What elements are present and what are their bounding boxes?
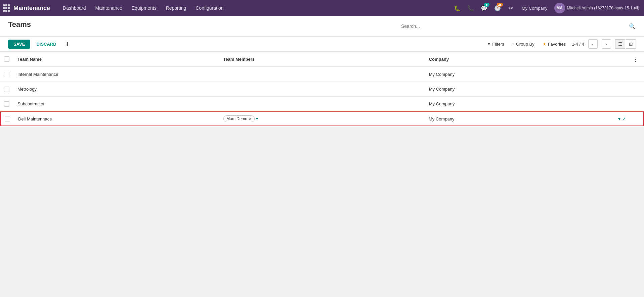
table-row-editing: Dell Maintennace Marc Demo ✕ ▾ My Compan… bbox=[0, 111, 644, 126]
search-box: 🔍 bbox=[401, 23, 636, 30]
th-company: Company bbox=[425, 55, 631, 63]
row1-team-members bbox=[219, 72, 425, 77]
kanban-view-button[interactable]: ⊞ bbox=[626, 39, 636, 49]
row2-team-members bbox=[219, 87, 425, 92]
prev-page-button[interactable]: ‹ bbox=[588, 39, 598, 49]
row4-checkbox-cell bbox=[1, 113, 14, 124]
row2-actions bbox=[631, 87, 644, 92]
table-row: Internal Maintenance My Company bbox=[0, 67, 644, 82]
marc-demo-tag: Marc Demo ✕ bbox=[223, 115, 255, 122]
table-header-row: Team Name Team Members Company ⋮ bbox=[0, 52, 644, 67]
row2-team-name: Metrology bbox=[13, 84, 219, 94]
save-button[interactable]: SAVE bbox=[8, 40, 30, 49]
company-dropdown-icon[interactable]: ▾ bbox=[618, 116, 620, 121]
company-field: My Company ▾ ↗ bbox=[429, 116, 626, 121]
star-icon: ★ bbox=[543, 42, 547, 47]
remove-marc-demo-button[interactable]: ✕ bbox=[249, 117, 252, 121]
scissors-icon-button[interactable]: ✂ bbox=[505, 2, 517, 14]
teams-table: Team Name Team Members Company ⋮ Interna… bbox=[0, 52, 644, 126]
next-page-button[interactable]: › bbox=[602, 39, 611, 49]
th-team-members: Team Members bbox=[219, 55, 425, 63]
nav-reporting[interactable]: Reporting bbox=[161, 0, 191, 16]
chevron-right-icon: › bbox=[606, 42, 607, 47]
company-selector[interactable]: My Company bbox=[518, 6, 551, 11]
list-icon: ☰ bbox=[618, 41, 622, 47]
phone-icon-button[interactable]: 📞 bbox=[465, 2, 477, 14]
page-title: Teams bbox=[8, 20, 31, 29]
filter-icon: ▼ bbox=[487, 42, 491, 46]
row3-checkbox-cell bbox=[0, 99, 13, 109]
user-name: Mitchell Admin (16273178-saas-15-1-all) bbox=[567, 6, 639, 10]
table-row: Metrology My Company bbox=[0, 82, 644, 97]
row2-company: My Company bbox=[425, 84, 631, 94]
row1-company: My Company bbox=[425, 69, 631, 80]
row4-team-name[interactable]: Dell Maintennace bbox=[14, 114, 219, 124]
header-checkbox-cell bbox=[0, 55, 13, 63]
favorites-button[interactable]: ★ Favorites bbox=[541, 40, 568, 48]
user-menu[interactable]: MA Mitchell Admin (16273178-saas-15-1-al… bbox=[552, 3, 641, 13]
row3-team-name: Subcontractor bbox=[13, 99, 219, 109]
filters-button[interactable]: ▼ Filters bbox=[485, 40, 506, 48]
discard-button[interactable]: DISCARD bbox=[33, 40, 59, 49]
row1-actions bbox=[631, 72, 644, 77]
external-link-icon[interactable]: ↗ bbox=[622, 116, 626, 121]
nav-maintenance[interactable]: Maintenance bbox=[91, 0, 127, 16]
clock-badge: 28 bbox=[497, 3, 503, 7]
download-button[interactable]: ⬇ bbox=[62, 40, 72, 49]
row1-team-name: Internal Maintenance bbox=[13, 69, 219, 80]
th-team-name: Team Name bbox=[13, 55, 219, 63]
apps-grid-icon[interactable] bbox=[3, 4, 10, 12]
nav-dashboard[interactable]: Dashboard bbox=[58, 0, 91, 16]
top-navigation: Maintenance Dashboard Maintenance Equipm… bbox=[0, 0, 644, 16]
row3-actions bbox=[631, 101, 644, 107]
search-icon[interactable]: 🔍 bbox=[629, 23, 636, 30]
toolbar-right: ▼ Filters ≡ Group By ★ Favorites 1-4 / 4… bbox=[485, 39, 636, 49]
team-members-field: Marc Demo ✕ ▾ bbox=[223, 115, 421, 122]
column-options-icon: ⋮ bbox=[633, 55, 639, 63]
view-toggle: ☰ ⊞ bbox=[615, 39, 636, 49]
row2-checkbox[interactable] bbox=[4, 87, 9, 92]
chevron-left-icon: ‹ bbox=[592, 42, 594, 47]
row1-checkbox-cell bbox=[0, 69, 13, 80]
bug-icon-button[interactable]: 🐛 bbox=[451, 2, 463, 14]
row4-checkbox[interactable] bbox=[5, 116, 10, 121]
page-topbar: Teams 🔍 bbox=[0, 16, 644, 37]
chat-icon-button[interactable]: 💬 5 bbox=[478, 2, 490, 14]
user-avatar: MA bbox=[554, 3, 565, 13]
table-row: Subcontractor My Company bbox=[0, 97, 644, 111]
list-view-button[interactable]: ☰ bbox=[615, 39, 625, 49]
nav-menu: Dashboard Maintenance Equipments Reporti… bbox=[58, 0, 451, 16]
download-icon: ⬇ bbox=[65, 41, 70, 47]
row3-checkbox[interactable] bbox=[4, 101, 9, 107]
nav-configuration[interactable]: Configuration bbox=[191, 0, 228, 16]
groupby-button[interactable]: ≡ Group By bbox=[510, 40, 536, 48]
scissors-icon: ✂ bbox=[509, 5, 513, 11]
th-options-menu[interactable]: ⋮ bbox=[631, 55, 644, 63]
search-input[interactable] bbox=[401, 23, 629, 29]
app-title: Maintenance bbox=[13, 5, 50, 12]
bug-icon: 🐛 bbox=[454, 5, 461, 11]
nav-equipments[interactable]: Equipments bbox=[127, 0, 161, 16]
row4-actions bbox=[630, 117, 643, 120]
select-all-checkbox[interactable] bbox=[4, 56, 9, 62]
groupby-icon: ≡ bbox=[512, 42, 515, 46]
toolbar: SAVE DISCARD ⬇ ▼ Filters ≡ Group By ★ Fa… bbox=[0, 37, 644, 52]
chat-badge: 5 bbox=[484, 3, 489, 7]
team-members-dropdown-icon[interactable]: ▾ bbox=[256, 116, 258, 121]
row3-team-members bbox=[219, 101, 425, 107]
pagination-info: 1-4 / 4 bbox=[572, 42, 584, 47]
row3-company: My Company bbox=[425, 99, 631, 109]
row4-company: My Company ▾ ↗ bbox=[425, 113, 630, 124]
row1-checkbox[interactable] bbox=[4, 72, 9, 77]
kanban-icon: ⊞ bbox=[629, 41, 633, 47]
row2-checkbox-cell bbox=[0, 84, 13, 95]
phone-icon: 📞 bbox=[467, 5, 474, 11]
topnav-right-section: 🐛 📞 💬 5 🕐 28 ✂ My Company MA Mitchell Ad… bbox=[451, 2, 641, 14]
row4-team-members: Marc Demo ✕ ▾ bbox=[219, 113, 425, 125]
clock-icon-button[interactable]: 🕐 28 bbox=[491, 2, 504, 14]
